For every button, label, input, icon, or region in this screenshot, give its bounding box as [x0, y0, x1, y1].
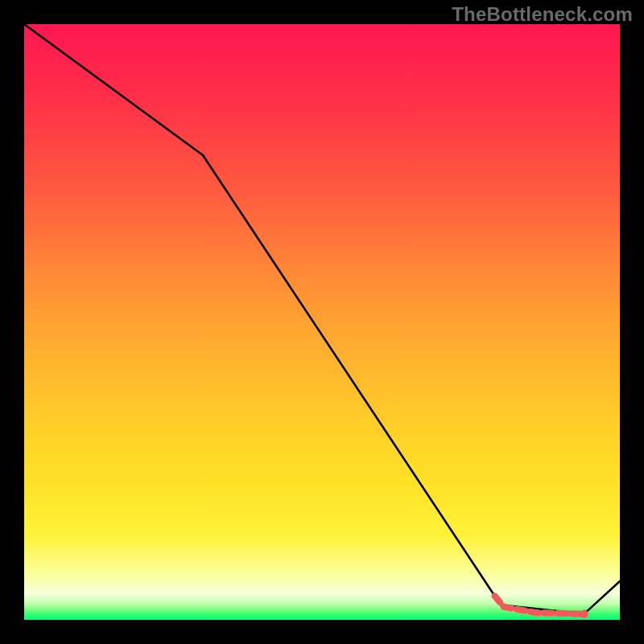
bottleneck-curve [24, 24, 620, 620]
plot-area [24, 24, 620, 620]
chart-frame: TheBottleneck.com [0, 0, 644, 644]
watermark-text: TheBottleneck.com [452, 3, 633, 26]
